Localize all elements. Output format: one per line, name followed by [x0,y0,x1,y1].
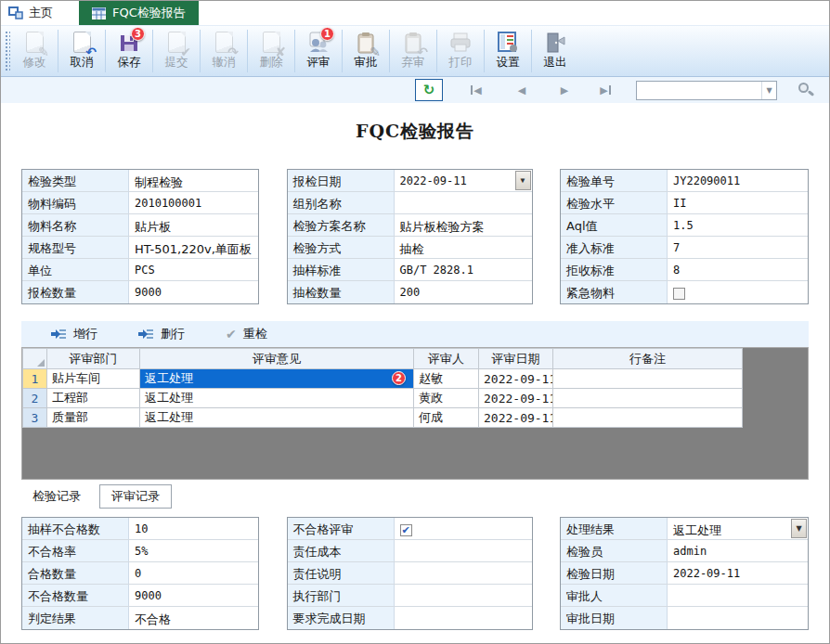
field-label: 报检数量 [22,281,129,303]
header-fields-left: 检验类型制程检验 物料编码2010100001 物料名称贴片板 规格型号HT-5… [21,169,259,304]
opinion-cell-selected[interactable]: 返工处理2 [140,369,414,389]
column-header-reviewer[interactable]: 评审人 [414,349,479,369]
review-grid-area: 评审部门 评审意见 评审人 评审日期 行备注 1 贴片车间 返工处理2 赵敏 2… [21,347,809,480]
inspector-field[interactable]: admin [668,540,808,561]
recheck-button[interactable]: ✔ 重检 [226,326,267,342]
inspection-date-field[interactable]: 2022-09-11 [668,562,808,584]
modify-button[interactable]: ✎ 修改 [12,26,57,76]
pass-qty-field[interactable]: 0 [129,562,258,584]
row-indicator[interactable]: 3 [23,408,47,428]
report-date-dropdown-icon[interactable]: ▼ [515,171,531,190]
next-record-icon: ▶ [561,85,568,96]
delete-row-button[interactable]: 删行 [138,326,185,342]
sample-qty-field[interactable]: 200 [395,281,532,303]
inspection-type-field[interactable]: 制程检验 [129,170,258,191]
reviewer-cell[interactable]: 黄政 [414,389,479,408]
remark-cell[interactable] [553,389,743,408]
field-label: 检验方案名称 [288,214,395,236]
spec-model-field[interactable]: HT-501,220v,单面板 [129,237,258,258]
opinion-cell[interactable]: 返工处理 [140,389,414,408]
inspection-no-field[interactable]: JY22090011 [668,170,808,191]
remark-cell[interactable] [553,408,743,428]
reviewer-cell[interactable]: 赵敏 [414,369,479,389]
opinion-cell[interactable]: 返工处理 [140,408,414,428]
print-button[interactable]: 打印 [438,26,483,76]
exit-button[interactable]: 退出 [533,26,577,76]
result-fields: 抽样不合格数10 不合格率5% 合格数量0 不合格数量9000 判定结果不合格 … [21,517,809,630]
toolbar-grip[interactable] [5,31,10,71]
dept-cell[interactable]: 贴片车间 [47,369,140,389]
grid-corner-cell[interactable] [23,349,47,369]
report-date-field[interactable]: 2022-09-11▼ [395,170,532,191]
add-row-button[interactable]: 增行 [51,326,97,342]
delete-button[interactable]: ✘ 删除 [249,26,293,76]
reject-standard-field[interactable]: 8 [668,259,808,280]
review-date-cell[interactable]: 2022-09-11 [479,408,553,428]
cancel-button[interactable]: ↶ 取消 [59,26,104,76]
defect-rate-field[interactable]: 5% [129,540,258,561]
aql-value-field[interactable]: 1.5 [668,214,808,236]
required-finish-date-field[interactable] [395,607,532,629]
tab-inspection-records[interactable]: 检验记录 [21,485,92,508]
review-date-cell[interactable]: 2022-09-11 [479,369,553,389]
material-code-field[interactable]: 2010100001 [129,192,258,213]
defect-review-field: ✔ [395,518,532,539]
handle-result-field[interactable]: 返工处理▼ [668,518,808,539]
material-name-field[interactable]: 贴片板 [129,214,258,236]
unapprove-button[interactable]: ↶ 弃审 [391,26,435,76]
unit-field[interactable]: PCS [129,259,258,280]
defect-qty-field[interactable]: 9000 [129,585,258,606]
record-search-combo[interactable]: ▼ [636,81,777,100]
approver-field[interactable] [668,585,808,606]
next-record-button[interactable]: ▶ [553,81,576,99]
approve-date-field[interactable] [668,607,808,629]
previous-record-button[interactable]: ◀ [511,81,533,99]
liability-desc-field[interactable] [395,562,532,584]
settings-button[interactable]: 设置 [486,26,530,76]
column-header-date[interactable]: 评审日期 [479,349,553,369]
approve-button[interactable]: ✎ 审批 [344,26,388,76]
review-date-cell[interactable]: 2022-09-11 [479,389,553,408]
liability-cost-field[interactable] [395,540,532,561]
sampling-standard-field[interactable]: GB/T 2828.1 [395,259,532,280]
reviewer-cell[interactable]: 何成 [414,408,479,428]
revoke-button[interactable]: ↷ 辙消 [201,26,246,76]
row-indicator[interactable]: 1 [23,369,47,389]
group-name-field[interactable] [395,192,532,213]
defect-review-checkbox[interactable]: ✔ [400,524,412,536]
refresh-button[interactable]: ↻ [415,79,443,101]
field-label: 责任说明 [288,562,395,584]
tab-home[interactable]: 主页 [1,1,66,25]
tab-fqc-report[interactable]: FQC检验报告 [79,1,199,25]
toolbar-separator [247,30,248,72]
executing-dept-field[interactable] [395,585,532,606]
inspection-plan-field[interactable]: 贴片板检验方案 [395,214,532,236]
accept-standard-field[interactable]: 7 [668,237,808,258]
row-indicator[interactable]: 2 [23,389,47,408]
handle-result-dropdown-icon[interactable]: ▼ [791,519,807,538]
remark-cell[interactable] [553,369,743,389]
submit-button[interactable]: ✔ 提交 [154,26,199,76]
chevron-down-icon[interactable]: ▼ [761,82,776,99]
field-label: 合格数量 [22,562,129,584]
urgent-material-checkbox[interactable] [673,288,685,300]
judgement-result-field[interactable]: 不合格 [129,607,258,629]
search-button[interactable] [797,82,815,98]
last-record-button[interactable]: ▶ [594,81,616,99]
dept-cell[interactable]: 质量部 [47,408,140,428]
document-tabbar: 主页 FQC检验报告 [1,1,829,25]
review-button[interactable]: 1 评审 [296,26,341,76]
column-header-dept[interactable]: 评审部门 [47,349,140,369]
column-header-remark[interactable]: 行备注 [553,349,743,369]
field-label: 规格型号 [22,237,129,258]
field-label: 检验方式 [288,237,395,258]
column-header-opinion[interactable]: 评审意见 [140,349,414,369]
save-button[interactable]: 3 保存 [107,26,151,76]
tab-review-records[interactable]: 评审记录 [99,484,172,509]
inspection-level-field[interactable]: II [668,192,808,213]
inspection-method-field[interactable]: 抽检 [395,237,532,258]
dept-cell[interactable]: 工程部 [47,389,140,408]
sample-defect-qty-field[interactable]: 10 [129,518,258,539]
first-record-button[interactable]: ◀ [465,81,487,99]
reported-qty-field[interactable]: 9000 [129,281,258,303]
